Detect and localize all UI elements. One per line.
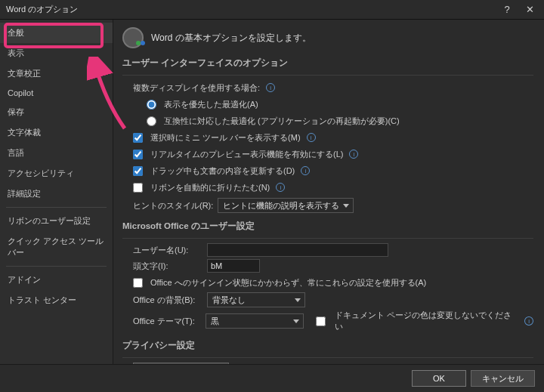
username-label: ユーザー名(U):	[133, 245, 201, 256]
sidebar-item-accessibility[interactable]: アクセシビリティ	[0, 163, 113, 184]
page-heading-text: Word の基本オプションを設定します。	[151, 32, 311, 45]
radio-compat-optimized[interactable]	[147, 116, 156, 126]
section-separator	[122, 357, 533, 358]
chk-doc-page-color-label: ドキュメント ページの色は変更しないでください	[335, 310, 517, 332]
office-background-value: 背景なし	[212, 295, 246, 306]
sidebar-item-copilot[interactable]: Copilot	[0, 84, 113, 102]
info-icon[interactable]: i	[307, 133, 316, 142]
hint-style-label: ヒントのスタイル(R):	[133, 200, 213, 211]
sidebar-separator	[6, 266, 107, 267]
chk-update-drag[interactable]	[133, 166, 143, 176]
cancel-button[interactable]: キャンセル	[471, 370, 535, 387]
chk-auto-collapse-ribbon-label: リボンを自動的に折りたたむ(N)	[150, 182, 270, 193]
sidebar: 全般 表示 文章校正 Copilot 保存 文字体裁 言語 アクセシビリティ 詳…	[0, 20, 113, 364]
section-title-ui: ユーザー インターフェイスのオプション	[122, 57, 533, 69]
page-header: Word の基本オプションを設定します。	[122, 26, 533, 50]
username-input[interactable]	[207, 243, 388, 257]
office-background-label: Office の背景(B):	[133, 295, 201, 306]
info-icon[interactable]: i	[349, 150, 358, 159]
sidebar-item-trust-center[interactable]: トラスト センター	[0, 290, 113, 310]
radio-display-optimized[interactable]	[147, 100, 156, 110]
info-icon[interactable]: i	[276, 183, 285, 192]
section-title-office: Microsoft Office のユーザー設定	[122, 221, 533, 232]
chk-live-preview-label: リアルタイムのプレビュー表示機能を有効にする(L)	[150, 149, 343, 160]
chk-doc-page-color[interactable]	[316, 316, 326, 326]
window-title: Word のオプション	[6, 4, 496, 15]
sidebar-item-typography[interactable]: 文字体裁	[0, 122, 113, 143]
section-separator	[122, 238, 533, 239]
close-button[interactable]: ✕	[518, 0, 541, 20]
sidebar-item-save[interactable]: 保存	[0, 102, 113, 122]
radio-display-optimized-label: 表示を優先した最適化(A)	[164, 99, 258, 110]
titlebar: Word のオプション ? ✕	[0, 0, 544, 20]
section-separator	[122, 75, 533, 76]
ok-button[interactable]: OK	[412, 370, 466, 387]
options-icon	[122, 27, 144, 48]
hint-style-dropdown[interactable]: ヒントに機能の説明を表示する	[218, 198, 354, 213]
sidebar-item-general[interactable]: 全般	[0, 23, 113, 43]
radio-compat-optimized-label: 互換性に対応した最適化 (アプリケーションの再起動が必要)(C)	[164, 116, 400, 127]
office-theme-dropdown[interactable]: 黒	[206, 313, 304, 329]
hint-style-value: ヒントに機能の説明を表示する	[223, 200, 339, 211]
chk-minitoolbar[interactable]	[133, 133, 143, 143]
sidebar-separator	[6, 207, 107, 208]
initials-label: 頭文字(I):	[133, 261, 201, 272]
sidebar-item-display[interactable]: 表示	[0, 43, 113, 63]
dialog-footer: OK キャンセル	[0, 364, 544, 392]
initials-input[interactable]	[207, 259, 260, 273]
info-icon[interactable]: i	[266, 83, 275, 92]
chk-minitoolbar-label: 選択時にミニ ツール バーを表示する(M)	[150, 132, 301, 144]
sidebar-item-addins[interactable]: アドイン	[0, 270, 113, 290]
multi-display-label: 複数ディスプレイを使用する場合:	[133, 82, 260, 94]
chk-update-drag-label: ドラッグ中も文書の内容を更新する(D)	[150, 165, 295, 177]
info-icon[interactable]: i	[301, 166, 310, 175]
chk-live-preview[interactable]	[133, 150, 143, 159]
chk-always-use[interactable]	[133, 278, 143, 288]
sidebar-item-proofing[interactable]: 文章校正	[0, 63, 113, 84]
office-theme-value: 黒	[211, 316, 219, 327]
main-panel: Word の基本オプションを設定します。 ユーザー インターフェイスのオプション…	[113, 20, 544, 364]
section-title-privacy: プライバシー設定	[122, 340, 533, 351]
office-background-dropdown[interactable]: 背景なし	[207, 292, 305, 307]
privacy-settings-button[interactable]: プライバシー設定...	[133, 363, 229, 364]
office-theme-label: Office テーマ(T):	[133, 316, 199, 327]
chk-always-use-label: Office へのサインイン状態にかかわらず、常にこれらの設定を使用する(A)	[150, 277, 426, 289]
sidebar-item-qat[interactable]: クイック アクセス ツール バー	[0, 231, 113, 263]
info-icon[interactable]: i	[524, 316, 533, 326]
sidebar-item-language[interactable]: 言語	[0, 143, 113, 163]
chk-auto-collapse-ribbon[interactable]	[133, 183, 143, 193]
help-button[interactable]: ?	[496, 0, 518, 20]
sidebar-item-advanced[interactable]: 詳細設定	[0, 184, 113, 204]
sidebar-item-ribbon[interactable]: リボンのユーザー設定	[0, 211, 113, 231]
